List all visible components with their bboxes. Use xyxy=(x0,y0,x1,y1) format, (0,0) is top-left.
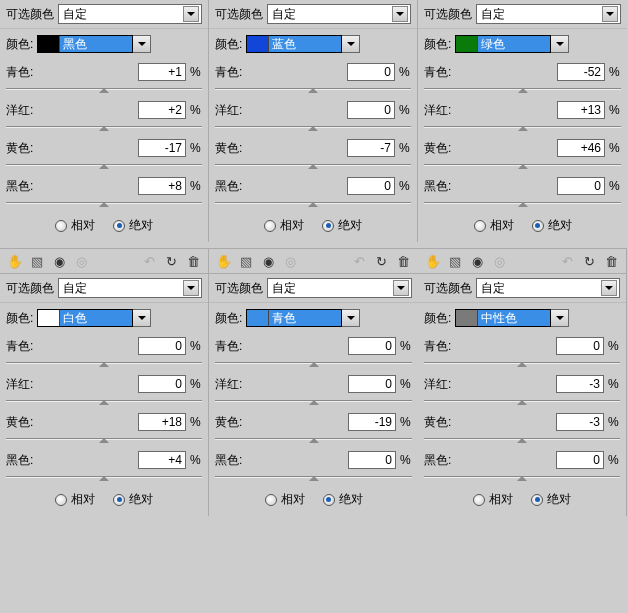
slider-track[interactable] xyxy=(424,197,621,209)
slider-track[interactable] xyxy=(424,159,621,171)
value-input[interactable]: 0 xyxy=(557,177,605,195)
preset-combo[interactable]: 自定 xyxy=(476,278,620,298)
slider-thumb[interactable] xyxy=(99,197,109,207)
target-color-combo[interactable]: 黑色 xyxy=(37,35,133,53)
chevron-down-icon[interactable] xyxy=(133,309,151,327)
slider-thumb[interactable] xyxy=(518,83,528,93)
value-input[interactable]: +8 xyxy=(138,177,186,195)
value-input[interactable]: +2 xyxy=(138,101,186,119)
value-input[interactable]: 0 xyxy=(347,101,395,119)
slider-thumb[interactable] xyxy=(309,357,319,367)
visibility-on-icon[interactable]: ◉ xyxy=(259,253,277,269)
chevron-down-icon[interactable] xyxy=(551,35,569,53)
chevron-down-icon[interactable] xyxy=(551,309,569,327)
slider-track[interactable] xyxy=(424,121,621,133)
mask-icon[interactable]: ▧ xyxy=(28,253,46,269)
value-input[interactable]: 0 xyxy=(347,177,395,195)
slider-thumb[interactable] xyxy=(518,121,528,131)
value-input[interactable]: +18 xyxy=(138,413,186,431)
chevron-down-icon[interactable] xyxy=(392,6,408,22)
hand-icon[interactable]: ✋ xyxy=(6,253,24,269)
slider-track[interactable] xyxy=(215,197,411,209)
relative-radio[interactable]: 相对 xyxy=(264,217,304,234)
target-color-combo[interactable]: 青色 xyxy=(246,309,342,327)
preset-combo[interactable]: 自定 xyxy=(476,4,621,24)
slider-thumb[interactable] xyxy=(518,159,528,169)
slider-thumb[interactable] xyxy=(99,357,109,367)
preset-combo[interactable]: 自定 xyxy=(267,278,412,298)
value-input[interactable]: 0 xyxy=(347,63,395,81)
absolute-radio[interactable]: 绝对 xyxy=(322,217,362,234)
value-input[interactable]: 0 xyxy=(348,451,396,469)
slider-thumb[interactable] xyxy=(517,395,527,405)
value-input[interactable]: 0 xyxy=(348,337,396,355)
chevron-down-icon[interactable] xyxy=(183,280,199,296)
slider-track[interactable] xyxy=(6,159,202,171)
value-input[interactable]: -17 xyxy=(138,139,186,157)
slider-thumb[interactable] xyxy=(517,471,527,481)
mask-icon[interactable]: ▧ xyxy=(446,253,464,269)
slider-track[interactable] xyxy=(6,357,202,369)
slider-thumb[interactable] xyxy=(99,83,109,93)
relative-radio[interactable]: 相对 xyxy=(55,217,95,234)
delete-icon[interactable]: 🗑 xyxy=(394,253,412,269)
chevron-down-icon[interactable] xyxy=(601,280,617,296)
slider-thumb[interactable] xyxy=(518,197,528,207)
relative-radio[interactable]: 相对 xyxy=(55,491,95,508)
value-input[interactable]: +13 xyxy=(557,101,605,119)
reset-icon[interactable]: ↻ xyxy=(372,253,390,269)
absolute-radio[interactable]: 绝对 xyxy=(113,491,153,508)
slider-track[interactable] xyxy=(215,357,412,369)
target-color-combo[interactable]: 蓝色 xyxy=(246,35,342,53)
slider-track[interactable] xyxy=(424,433,620,445)
slider-thumb[interactable] xyxy=(99,121,109,131)
slider-track[interactable] xyxy=(215,159,411,171)
slider-thumb[interactable] xyxy=(309,395,319,405)
slider-track[interactable] xyxy=(215,395,412,407)
value-input[interactable]: +1 xyxy=(138,63,186,81)
visibility-on-icon[interactable]: ◉ xyxy=(468,253,486,269)
hand-icon[interactable]: ✋ xyxy=(215,253,233,269)
preset-combo[interactable]: 自定 xyxy=(58,4,202,24)
preset-combo[interactable]: 自定 xyxy=(58,278,202,298)
value-input[interactable]: +4 xyxy=(138,451,186,469)
reset-icon[interactable]: ↻ xyxy=(580,253,598,269)
slider-thumb[interactable] xyxy=(99,433,109,443)
chevron-down-icon[interactable] xyxy=(393,280,409,296)
slider-thumb[interactable] xyxy=(309,433,319,443)
target-color-combo[interactable]: 中性色 xyxy=(455,309,551,327)
visibility-off-icon[interactable]: ◎ xyxy=(281,253,299,269)
chevron-down-icon[interactable] xyxy=(183,6,199,22)
slider-thumb[interactable] xyxy=(99,159,109,169)
value-input[interactable]: 0 xyxy=(556,337,604,355)
absolute-radio[interactable]: 绝对 xyxy=(323,491,363,508)
visibility-off-icon[interactable]: ◎ xyxy=(72,253,90,269)
slider-track[interactable] xyxy=(424,395,620,407)
undo-icon[interactable]: ↶ xyxy=(350,253,368,269)
slider-track[interactable] xyxy=(6,121,202,133)
absolute-radio[interactable]: 绝对 xyxy=(532,217,572,234)
value-input[interactable]: -3 xyxy=(556,413,604,431)
slider-track[interactable] xyxy=(6,395,202,407)
slider-track[interactable] xyxy=(424,471,620,483)
slider-track[interactable] xyxy=(215,433,412,445)
slider-track[interactable] xyxy=(215,83,411,95)
slider-thumb[interactable] xyxy=(99,471,109,481)
mask-icon[interactable]: ▧ xyxy=(237,253,255,269)
slider-thumb[interactable] xyxy=(99,395,109,405)
value-input[interactable]: +46 xyxy=(557,139,605,157)
chevron-down-icon[interactable] xyxy=(133,35,151,53)
slider-track[interactable] xyxy=(215,471,412,483)
value-input[interactable]: -7 xyxy=(347,139,395,157)
slider-track[interactable] xyxy=(424,83,621,95)
slider-thumb[interactable] xyxy=(308,159,318,169)
absolute-radio[interactable]: 绝对 xyxy=(531,491,571,508)
undo-icon[interactable]: ↶ xyxy=(558,253,576,269)
slider-thumb[interactable] xyxy=(309,471,319,481)
target-color-combo[interactable]: 白色 xyxy=(37,309,133,327)
relative-radio[interactable]: 相对 xyxy=(473,491,513,508)
slider-track[interactable] xyxy=(6,433,202,445)
target-color-combo[interactable]: 绿色 xyxy=(455,35,551,53)
preset-combo[interactable]: 自定 xyxy=(267,4,411,24)
relative-radio[interactable]: 相对 xyxy=(474,217,514,234)
